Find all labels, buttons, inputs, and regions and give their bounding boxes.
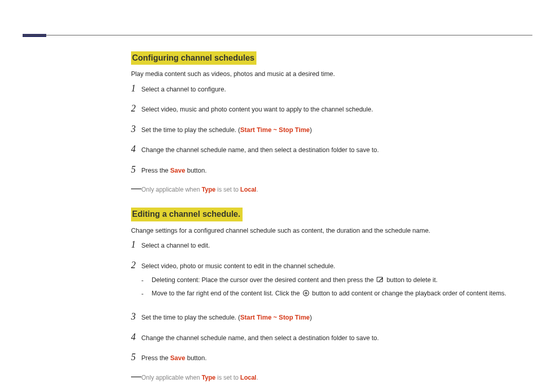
note-suffix: .	[256, 374, 258, 381]
step-number: 5	[131, 165, 141, 174]
bullet-dash: -	[141, 276, 152, 286]
edit-step-3-range: Start Time ~ Stop Time	[240, 314, 309, 321]
step-text: Set the time to play the schedule. (Star…	[141, 125, 532, 135]
step-3-range: Start Time ~ Stop Time	[240, 126, 309, 134]
step-number: 4	[131, 332, 141, 342]
step-5-prefix: Press the	[141, 167, 170, 174]
note-body: Only applicable when Type is set to Loca…	[141, 185, 258, 194]
heading-editing: Editing a channel schedule.	[131, 208, 243, 221]
edit-step-1: 1 Select a channel to edit.	[131, 240, 532, 251]
step-number: 3	[131, 124, 141, 134]
edit-step-3: 3 Set the time to play the schedule. (St…	[131, 312, 532, 323]
step-number: 3	[131, 312, 141, 321]
note-type: Type	[201, 374, 215, 381]
step-5-save: Save	[170, 167, 185, 174]
step-number: 1	[131, 84, 141, 93]
edit-step-2-sublist: - Deleting content: Place the cursor ove…	[141, 276, 532, 299]
delete-note-icon	[377, 277, 384, 286]
step-text: Select video, music and photo content yo…	[141, 104, 532, 115]
step-4: 4 Change the channel schedule name, and …	[131, 145, 532, 155]
sub2-suffix: button to add content or change the play…	[310, 290, 507, 297]
edit-step-2: 2 Select video, photo or music content t…	[131, 261, 532, 303]
content-area: Configuring channel schedules Play media…	[131, 51, 532, 392]
step-3: 3 Set the time to play the schedule. (St…	[131, 125, 532, 135]
note-middle: is set to	[216, 374, 240, 381]
step-number: 2	[131, 260, 141, 270]
edit-step-3-prefix: Set the time to play the schedule. (	[141, 314, 240, 321]
note-editing: ― Only applicable when Type is set to Lo…	[131, 374, 532, 382]
svg-rect-0	[377, 277, 382, 282]
sub-body: Deleting content: Place the cursor over …	[152, 276, 532, 286]
step-5-suffix: button.	[185, 167, 207, 174]
step-text: Select video, photo or music content to …	[141, 261, 532, 303]
edit-step-5: 5 Press the Save button.	[131, 353, 532, 363]
step-number: 4	[131, 144, 141, 154]
step-text: Select a channel to edit.	[141, 240, 532, 251]
note-body: Only applicable when Type is set to Loca…	[141, 374, 258, 382]
note-suffix: .	[256, 186, 258, 193]
sub-body: Move to the far right end of the content…	[152, 289, 532, 300]
edit-step-3-suffix: )	[310, 314, 312, 321]
step-1: 1 Select a channel to configure.	[131, 84, 532, 95]
edit-step-5-suffix: button.	[185, 354, 207, 362]
note-type: Type	[201, 186, 215, 193]
note-dash: ―	[131, 185, 141, 191]
steps-configuring: 1 Select a channel to configure. 2 Selec…	[131, 84, 532, 176]
note-dash: ―	[131, 373, 141, 379]
step-text: Press the Save button.	[141, 353, 532, 363]
step-number: 1	[131, 240, 141, 249]
step-5: 5 Press the Save button.	[131, 165, 532, 176]
edit-step-5-prefix: Press the	[141, 354, 170, 362]
plus-circle-icon	[303, 290, 309, 300]
note-local: Local	[240, 186, 256, 193]
edit-step-2-text: Select video, photo or music content to …	[141, 263, 335, 270]
intro-configuring: Play media content such as videos, photo…	[131, 70, 532, 79]
page-root: Configuring channel schedules Play media…	[0, 0, 555, 392]
bullet-dash: -	[141, 289, 152, 300]
step-text: Set the time to play the schedule. (Star…	[141, 312, 532, 323]
step-3-prefix: Set the time to play the schedule. (	[141, 126, 240, 134]
step-text: Change the channel schedule name, and th…	[141, 333, 532, 343]
sub-item-add: - Move to the far right end of the conte…	[141, 289, 532, 300]
sub1-suffix: button to delete it.	[385, 276, 438, 284]
note-configuring: ― Only applicable when Type is set to Lo…	[131, 185, 532, 194]
intro-editing: Change settings for a configured channel…	[131, 227, 532, 236]
sub-item-delete: - Deleting content: Place the cursor ove…	[141, 276, 532, 286]
sub1-prefix: Deleting content: Place the cursor over …	[152, 276, 376, 284]
step-text: Change the channel schedule name, and th…	[141, 145, 532, 155]
step-number: 5	[131, 352, 141, 362]
note-local: Local	[240, 374, 256, 381]
edit-step-5-save: Save	[170, 354, 185, 362]
heading-configuring: Configuring channel schedules	[131, 51, 256, 65]
step-3-suffix: )	[310, 126, 312, 134]
note-prefix: Only applicable when	[141, 186, 201, 193]
edit-step-4: 4 Change the channel schedule name, and …	[131, 333, 532, 343]
note-middle: is set to	[216, 186, 240, 193]
step-2: 2 Select video, music and photo content …	[131, 104, 532, 115]
header-accent-bar	[23, 34, 46, 37]
step-number: 2	[131, 104, 141, 113]
sub2-prefix: Move to the far right end of the content…	[152, 290, 302, 297]
note-prefix: Only applicable when	[141, 374, 201, 381]
step-text: Select a channel to configure.	[141, 84, 532, 95]
header-rule	[23, 35, 532, 35]
step-text: Press the Save button.	[141, 165, 532, 176]
steps-editing: 1 Select a channel to edit. 2 Select vid…	[131, 240, 532, 363]
